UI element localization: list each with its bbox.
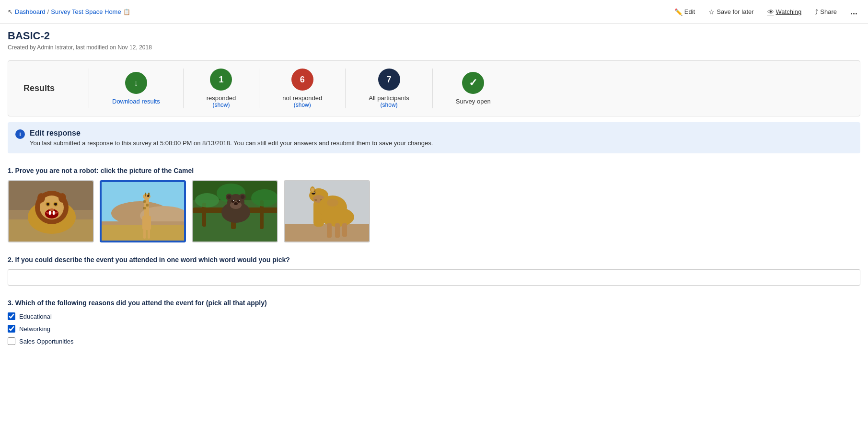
edit-button[interactable]: ✏️ Edit	[671, 6, 698, 18]
not-responded-show[interactable]: (show)	[294, 102, 311, 108]
share-button[interactable]: ⤴ Share	[812, 6, 840, 18]
edit-response-title: Edit response	[30, 129, 433, 138]
bear-image	[193, 181, 278, 242]
star-icon: ☆	[708, 8, 715, 16]
responded-stat: 1 responded (show)	[187, 69, 255, 108]
all-participants-stat: 7 All participants (show)	[349, 69, 428, 108]
svg-rect-71	[342, 223, 347, 237]
checkbox-educational[interactable]	[8, 312, 15, 320]
question-3-block: 3. Which of the following reasons did yo…	[8, 299, 860, 345]
svg-point-72	[327, 199, 338, 207]
image-option-giraffe[interactable]	[100, 180, 186, 242]
svg-point-31	[147, 195, 149, 197]
all-participants-label: All participants	[369, 94, 409, 102]
edit-response-text: You last submitted a response to this su…	[30, 139, 433, 147]
svg-point-51	[239, 200, 240, 201]
eye-icon: 👁	[767, 8, 774, 16]
checkbox-educational-label[interactable]: Educational	[19, 313, 52, 320]
page-title: BASIC-2	[8, 30, 860, 42]
download-results-link[interactable]: Download results	[112, 98, 160, 105]
dashboard-link[interactable]: Dashboard	[15, 8, 46, 15]
survey-open-circle: ✓	[462, 72, 484, 94]
svg-point-66	[311, 188, 314, 192]
responded-count: 1	[219, 75, 223, 85]
responded-label: responded	[207, 94, 236, 102]
more-options-button[interactable]: ...	[847, 5, 860, 19]
download-icon: ↓	[134, 78, 138, 88]
top-actions: ✏️ Edit ☆ Save for later 👁 Watching ⤴ Sh…	[671, 5, 860, 19]
question-2-input[interactable]	[8, 269, 860, 286]
top-nav: ↖ Dashboard / Survey Test Space Home 📋 ✏…	[0, 0, 868, 24]
svg-rect-27	[146, 204, 149, 207]
download-circle[interactable]: ↓	[125, 72, 147, 94]
svg-point-49	[237, 200, 240, 203]
image-option-lion[interactable]	[8, 180, 94, 242]
page-meta: Created by Admin Istrator, last modified…	[8, 44, 860, 51]
svg-rect-28	[143, 207, 146, 209]
svg-rect-7	[49, 211, 51, 215]
question-2-text: 2. If you could describe the event you a…	[8, 256, 860, 264]
divider-3	[259, 69, 259, 108]
svg-rect-69	[327, 223, 332, 238]
responded-show[interactable]: (show)	[212, 102, 230, 108]
checkbox-networking[interactable]	[8, 325, 15, 333]
divider-2	[183, 69, 184, 108]
lion-image	[9, 181, 94, 242]
checkbox-item-networking: Networking	[8, 325, 860, 333]
survey-open-label: Survey open	[456, 98, 491, 105]
all-participants-circle: 7	[378, 69, 400, 91]
svg-rect-26	[143, 200, 146, 203]
giraffe-image	[102, 182, 186, 242]
save-for-later-button[interactable]: ☆ Save for later	[706, 6, 756, 18]
edit-response-banner: i Edit response You last submitted a res…	[8, 122, 860, 153]
cursor-icon: ↖	[8, 8, 13, 15]
page-header: BASIC-2 Created by Admin Istrator, last …	[0, 24, 868, 55]
not-responded-circle: 6	[291, 69, 313, 91]
survey-open-stat: ✓ Survey open	[437, 72, 510, 105]
all-participants-show[interactable]: (show)	[381, 102, 398, 108]
svg-rect-29	[143, 229, 146, 239]
space-link[interactable]: Survey Test Space Home	[51, 8, 121, 15]
svg-point-52	[234, 202, 238, 205]
not-responded-label: not responded	[282, 94, 322, 102]
checkbox-sales-label[interactable]: Sales Opportunities	[19, 338, 73, 345]
divider-5	[432, 69, 433, 108]
image-option-camel[interactable]	[284, 180, 370, 242]
watching-button[interactable]: 👁 Watching	[764, 6, 805, 18]
breadcrumb: ↖ Dashboard / Survey Test Space Home 📋	[8, 8, 130, 15]
camel-image	[285, 181, 370, 242]
svg-point-13	[49, 208, 54, 211]
svg-point-10	[46, 203, 49, 206]
results-panel: Results ↓ Download results 1 responded (…	[8, 60, 860, 116]
svg-rect-70	[335, 223, 340, 238]
checkbox-item-educational: Educational	[8, 312, 860, 320]
checkbox-networking-label[interactable]: Networking	[19, 325, 50, 333]
svg-point-40	[251, 189, 278, 207]
results-label: Results	[8, 83, 85, 93]
svg-point-50	[233, 200, 234, 201]
svg-rect-8	[53, 211, 55, 215]
download-results-stat: ↓ Download results	[93, 72, 179, 105]
checkbox-item-sales: Sales Opportunities	[8, 337, 860, 345]
svg-point-39	[195, 193, 219, 207]
check-icon: ✓	[469, 77, 477, 89]
edit-response-content: Edit response You last submitted a respo…	[30, 129, 433, 147]
checkbox-sales[interactable]	[8, 337, 15, 345]
breadcrumb-separator: /	[47, 8, 49, 15]
svg-rect-30	[148, 229, 150, 239]
svg-point-46	[241, 195, 244, 199]
divider-4	[345, 69, 346, 108]
svg-point-15	[58, 193, 66, 203]
divider-1	[89, 69, 89, 108]
question-2-block: 2. If you could describe the event you a…	[8, 256, 860, 286]
question-1-block: 1. Prove you are not a robot: click the …	[8, 167, 860, 242]
svg-point-58	[314, 199, 317, 201]
survey-content: 1. Prove you are not a robot: click the …	[0, 159, 868, 366]
not-responded-stat: 6 not responded (show)	[263, 69, 341, 108]
svg-rect-24	[145, 193, 146, 196]
image-option-bear[interactable]	[192, 180, 278, 242]
share-icon: ⤴	[815, 8, 818, 16]
question-1-text: 1. Prove you are not a robot: click the …	[8, 167, 860, 174]
question-3-text: 3. Which of the following reasons did yo…	[8, 299, 860, 307]
svg-point-45	[227, 195, 231, 199]
